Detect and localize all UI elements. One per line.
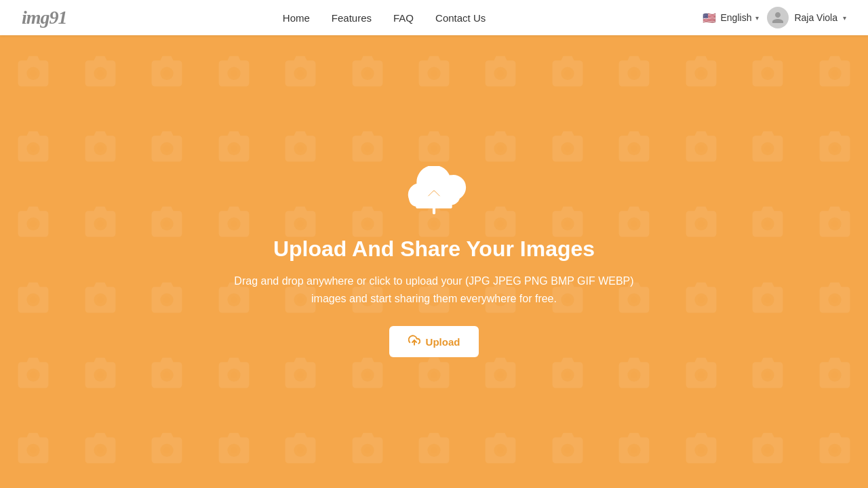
svg-point-38 bbox=[427, 142, 440, 155]
svg-point-78 bbox=[27, 293, 40, 306]
svg-point-45 bbox=[631, 146, 638, 152]
svg-point-48 bbox=[762, 142, 774, 155]
svg-point-149 bbox=[631, 447, 638, 454]
camera-cell bbox=[200, 413, 267, 488]
svg-point-83 bbox=[163, 296, 170, 303]
svg-point-8 bbox=[294, 66, 307, 79]
svg-point-79 bbox=[30, 296, 37, 303]
nav-home[interactable]: Home bbox=[283, 12, 310, 24]
camera-cell bbox=[668, 262, 734, 337]
camera-cell bbox=[200, 35, 267, 110]
svg-point-154 bbox=[828, 444, 841, 457]
svg-point-46 bbox=[694, 142, 707, 155]
svg-point-106 bbox=[94, 369, 106, 382]
camera-cell bbox=[334, 35, 400, 110]
svg-point-50 bbox=[828, 142, 841, 155]
svg-point-21 bbox=[698, 70, 705, 77]
svg-point-20 bbox=[694, 66, 707, 79]
svg-point-127 bbox=[764, 372, 771, 379]
svg-point-57 bbox=[163, 221, 170, 228]
svg-point-151 bbox=[698, 447, 705, 454]
camera-cell bbox=[668, 110, 734, 186]
svg-point-122 bbox=[628, 369, 641, 382]
svg-point-72 bbox=[694, 218, 707, 230]
nav-links: Home Features FAQ Contact Us bbox=[283, 12, 486, 24]
svg-point-152 bbox=[762, 444, 774, 457]
svg-point-117 bbox=[431, 372, 437, 379]
camera-cell bbox=[0, 35, 66, 110]
svg-point-116 bbox=[427, 369, 440, 382]
svg-point-73 bbox=[698, 221, 705, 228]
svg-point-103 bbox=[831, 296, 838, 303]
svg-point-4 bbox=[161, 66, 174, 79]
svg-point-54 bbox=[94, 218, 106, 230]
upload-cloud-icon bbox=[400, 166, 468, 223]
site-logo[interactable]: img91 bbox=[22, 7, 67, 28]
flag-icon: 🇺🇸 bbox=[702, 12, 717, 23]
svg-point-132 bbox=[94, 444, 106, 457]
upload-button-icon bbox=[408, 334, 420, 349]
svg-point-44 bbox=[628, 142, 641, 155]
camera-cell bbox=[66, 186, 133, 262]
svg-point-124 bbox=[694, 369, 707, 382]
svg-point-135 bbox=[163, 447, 170, 454]
camera-cell bbox=[668, 413, 734, 488]
camera-cell bbox=[267, 413, 334, 488]
svg-point-28 bbox=[94, 142, 106, 155]
svg-point-140 bbox=[361, 444, 374, 457]
language-label: English bbox=[721, 12, 752, 23]
svg-point-147 bbox=[564, 447, 571, 454]
nav-faq[interactable]: FAQ bbox=[393, 12, 414, 24]
svg-point-55 bbox=[97, 221, 104, 228]
camera-cell bbox=[0, 186, 66, 262]
camera-cell bbox=[802, 186, 868, 262]
upload-button[interactable]: Upload bbox=[389, 326, 479, 357]
svg-point-123 bbox=[631, 372, 638, 379]
svg-point-75 bbox=[764, 221, 771, 228]
svg-point-82 bbox=[161, 293, 174, 306]
camera-cell bbox=[467, 35, 534, 110]
camera-cell bbox=[66, 262, 133, 337]
svg-point-120 bbox=[561, 369, 574, 382]
svg-point-81 bbox=[97, 296, 104, 303]
svg-point-27 bbox=[30, 146, 37, 152]
nav-contact[interactable]: Contact Us bbox=[435, 12, 486, 24]
svg-point-9 bbox=[297, 70, 304, 77]
camera-cell bbox=[802, 413, 868, 488]
svg-point-1 bbox=[30, 70, 37, 77]
svg-point-39 bbox=[431, 146, 437, 152]
camera-cell bbox=[802, 337, 868, 412]
svg-point-115 bbox=[364, 372, 371, 379]
nav-right: 🇺🇸 English ▾ Raja Viola ▾ bbox=[702, 7, 846, 28]
language-selector[interactable]: 🇺🇸 English ▾ bbox=[702, 12, 760, 23]
svg-point-26 bbox=[27, 142, 40, 155]
nav-features[interactable]: Features bbox=[332, 12, 372, 24]
svg-point-133 bbox=[97, 447, 104, 454]
lang-chevron-down-icon: ▾ bbox=[755, 14, 759, 22]
svg-point-126 bbox=[762, 369, 774, 382]
svg-point-34 bbox=[294, 142, 307, 155]
svg-point-155 bbox=[831, 447, 838, 454]
svg-point-141 bbox=[364, 447, 371, 454]
svg-point-23 bbox=[764, 70, 771, 77]
svg-point-145 bbox=[498, 447, 505, 454]
svg-point-36 bbox=[361, 142, 374, 155]
svg-point-11 bbox=[364, 70, 371, 77]
svg-point-18 bbox=[628, 66, 641, 79]
camera-cell bbox=[734, 337, 801, 412]
svg-point-125 bbox=[698, 372, 705, 379]
camera-cell bbox=[66, 337, 133, 412]
svg-point-112 bbox=[294, 369, 307, 382]
svg-point-114 bbox=[361, 369, 374, 382]
svg-point-51 bbox=[831, 146, 838, 152]
camera-cell bbox=[134, 413, 200, 488]
svg-point-109 bbox=[163, 372, 170, 379]
user-menu[interactable]: Raja Viola ▾ bbox=[767, 7, 846, 28]
svg-point-3 bbox=[97, 70, 104, 77]
svg-point-102 bbox=[828, 293, 841, 306]
navbar: img91 Home Features FAQ Contact Us 🇺🇸 En… bbox=[0, 0, 868, 35]
camera-cell bbox=[66, 413, 133, 488]
svg-point-148 bbox=[628, 444, 641, 457]
svg-point-13 bbox=[431, 70, 437, 77]
svg-point-56 bbox=[161, 218, 174, 230]
